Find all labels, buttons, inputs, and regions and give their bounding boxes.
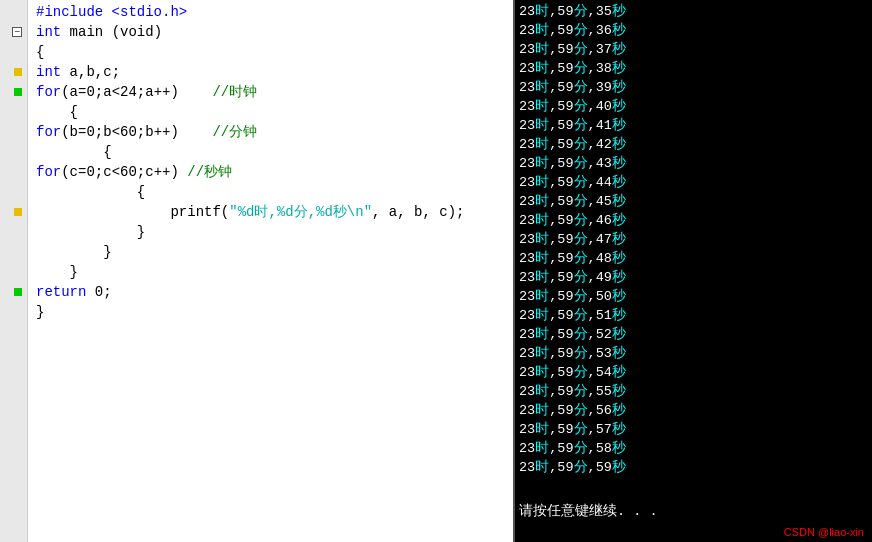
gutter-empty [14, 268, 22, 276]
breakpoint-green [14, 288, 22, 296]
code-line: for(b=0;b<60;b++) //分钟 [36, 122, 505, 142]
output-line: 23时,59分,42秒 [519, 135, 868, 154]
code-line: } [36, 242, 505, 262]
gutter-line [0, 162, 24, 182]
gutter-line [0, 122, 24, 142]
output-line: 23时,59分,49秒 [519, 268, 868, 287]
output-line: 23时,59分,56秒 [519, 401, 868, 420]
breakpoint-yellow [14, 68, 22, 76]
gutter-line [0, 182, 24, 202]
output-line: 23时,59分,43秒 [519, 154, 868, 173]
output-line: 23时,59分,58秒 [519, 439, 868, 458]
code-line: { [36, 42, 505, 62]
code-line: #include <stdio.h> [36, 2, 505, 22]
output-line: 23时,59分,44秒 [519, 173, 868, 192]
bottom-bar: CSDN @liao-xin [515, 522, 872, 542]
csdn-label: CSDN @liao-xin [784, 526, 864, 538]
gutter-empty [14, 228, 22, 236]
breakpoint-green [14, 88, 22, 96]
code-line: return 0; [36, 282, 505, 302]
gutter: − [0, 0, 28, 542]
gutter-empty [14, 248, 22, 256]
output-line: 23时,59分,47秒 [519, 230, 868, 249]
terminal-output: 23时,59分,35秒23时,59分,36秒23时,59分,37秒23时,59分… [515, 0, 872, 542]
gutter-line [0, 222, 24, 242]
gutter-empty [14, 168, 22, 176]
code-line: for(c=0;c<60;c++) //秒钟 [36, 162, 505, 182]
gutter-empty [14, 8, 22, 16]
output-line: 23时,59分,53秒 [519, 344, 868, 363]
code-lines: #include <stdio.h>int main (void){ int a… [28, 0, 513, 542]
output-line: 23时,59分,35秒 [519, 2, 868, 21]
gutter-line [0, 202, 24, 222]
code-line: } [36, 222, 505, 242]
gutter-line: − [0, 22, 24, 42]
gutter-line [0, 82, 24, 102]
output-line: 23时,59分,54秒 [519, 363, 868, 382]
collapse-button[interactable]: − [12, 27, 22, 37]
code-line: for(a=0;a<24;a++) //时钟 [36, 82, 505, 102]
breakpoint-yellow [14, 208, 22, 216]
output-line: 23时,59分,51秒 [519, 306, 868, 325]
output-line: 23时,59分,37秒 [519, 40, 868, 59]
gutter-line [0, 242, 24, 262]
gutter-line [0, 2, 24, 22]
output-line: 23时,59分,50秒 [519, 287, 868, 306]
code-line: { [36, 182, 505, 202]
gutter-empty [14, 48, 22, 56]
continue-prompt: 请按任意键继续. . . [519, 502, 658, 520]
output-line: 23时,59分,52秒 [519, 325, 868, 344]
gutter-empty [14, 108, 22, 116]
gutter-line [0, 282, 24, 302]
output-line: 23时,59分,39秒 [519, 78, 868, 97]
output-line: 23时,59分,40秒 [519, 97, 868, 116]
code-line: int main (void) [36, 22, 505, 42]
gutter-line [0, 262, 24, 282]
gutter-line [0, 62, 24, 82]
output-line: 23时,59分,55秒 [519, 382, 868, 401]
output-line: 23时,59分,36秒 [519, 21, 868, 40]
output-line: 23时,59分,46秒 [519, 211, 868, 230]
output-line: 23时,59分,59秒 [519, 458, 868, 477]
output-line: 23时,59分,57秒 [519, 420, 868, 439]
code-editor: − #include <stdio.h>int main (void){ int… [0, 0, 515, 542]
code-line: { [36, 102, 505, 122]
output-line: 23时,59分,45秒 [519, 192, 868, 211]
code-line: { [36, 142, 505, 162]
output-line: 23时,59分,41秒 [519, 116, 868, 135]
output-lines: 23时,59分,35秒23时,59分,36秒23时,59分,37秒23时,59分… [515, 0, 872, 479]
gutter-line [0, 102, 24, 122]
output-line: 23时,59分,38秒 [519, 59, 868, 78]
code-line: printf("%d时,%d分,%d秒\n", a, b, c); [36, 202, 505, 222]
code-line: int a,b,c; [36, 62, 505, 82]
gutter-line [0, 302, 24, 322]
code-line: } [36, 302, 505, 322]
gutter-line [0, 142, 24, 162]
gutter-line [0, 42, 24, 62]
gutter-empty [14, 128, 22, 136]
gutter-empty [14, 308, 22, 316]
output-line: 23时,59分,48秒 [519, 249, 868, 268]
gutter-empty [14, 148, 22, 156]
code-line: } [36, 262, 505, 282]
gutter-empty [14, 188, 22, 196]
